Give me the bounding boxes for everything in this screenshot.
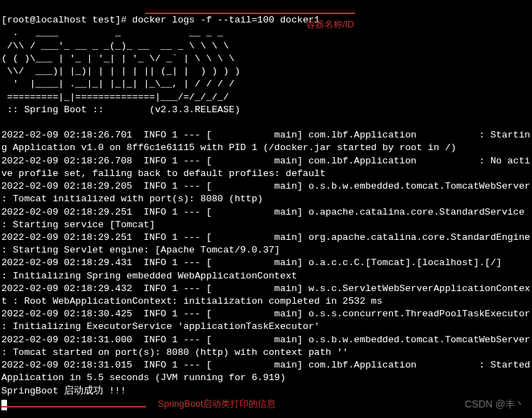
shell-prompt: [root@localhost test]#: [1, 15, 132, 25]
watermark: CSDN @丰丶: [465, 398, 525, 411]
annotation-container-label: 容器名称/ID: [306, 18, 354, 31]
log-line: 2022-02-09 02:18:29.205 INFO 1 --- [ mai…: [1, 181, 532, 204]
log-line: 2022-02-09 02:18:29.431 INFO 1 --- [ mai…: [1, 257, 532, 281]
ascii-art-line: :: Spring Boot :: (v2.3.3.RELEASE): [1, 104, 240, 115]
success-message: SpringBoot 启动成功 !!!: [1, 386, 126, 396]
log-line: 2022-02-09 02:18:29.251 INFO 1 --- [ mai…: [1, 207, 532, 230]
annotation-springboot-label: SpringBoot启动类打印的信息: [158, 398, 276, 410]
ascii-art-line: \\/ ___)| |_)| | | | | || (_| | ) ) ) ): [1, 66, 240, 76]
annotation-underline-command: [145, 13, 355, 14]
log-line: 2022-02-09 02:18:30.425 INFO 1 --- [ mai…: [1, 309, 532, 332]
log-line: 2022-02-09 02:18:29.251 INFO 1 --- [ mai…: [1, 232, 532, 255]
ascii-art-line: ' |____| .__|_| |_|_| |_\__, | / / / /: [1, 79, 234, 89]
ascii-art-line: . ____ _ __ _ _: [1, 27, 223, 38]
cursor: [1, 400, 7, 410]
ascii-art-line: /\\ / ___'_ __ _ _(_)_ __ __ _ \ \ \ \: [1, 41, 229, 51]
ascii-art-line: ( ( )\___ | '_ | '_| | '_ \/ _` | \ \ \ …: [1, 53, 234, 64]
shell-command: docker logs -f --tail=100 docker1: [132, 15, 319, 25]
log-line: 2022-02-09 02:18:31.015 INFO 1 --- [ mai…: [1, 360, 532, 383]
log-line: 2022-02-09 02:18:29.432 INFO 1 --- [ mai…: [1, 283, 530, 306]
log-line: 2022-02-09 02:18:31.000 INFO 1 --- [ mai…: [1, 335, 532, 358]
ascii-art-line: =========|_|==============|___/=/_/_/_/: [1, 92, 229, 102]
terminal-output[interactable]: [root@localhost test]# docker logs -f --…: [1, 1, 531, 410]
annotation-underline-success: [1, 406, 146, 407]
log-line: 2022-02-09 02:18:26.708 INFO 1 --- [ mai…: [1, 156, 530, 179]
log-line: 2022-02-09 02:18:26.701 INFO 1 --- [ mai…: [1, 130, 530, 153]
